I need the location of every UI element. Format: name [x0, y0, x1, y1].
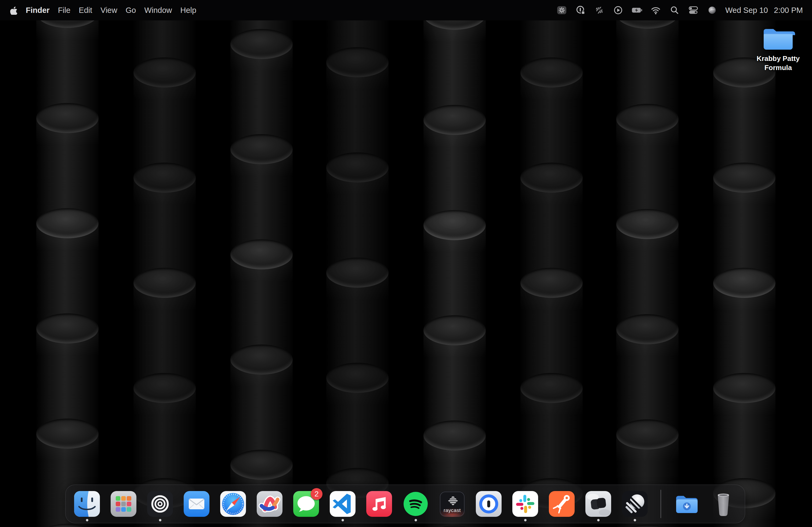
cylinder-segment	[423, 225, 486, 331]
postman-icon	[548, 491, 575, 517]
music-icon	[366, 491, 393, 517]
finder-icon	[74, 491, 100, 517]
wallpaper-cylinder-column	[423, 19, 486, 527]
dock-item-mail[interactable]	[183, 491, 210, 517]
dia-icon	[585, 491, 612, 517]
cylinder-segment	[326, 273, 389, 378]
cylinder-segment	[326, 378, 389, 483]
cylinder-top	[616, 209, 679, 239]
cylinder-segment	[230, 44, 293, 150]
cylinder-top	[616, 104, 679, 134]
rings-icon	[147, 491, 173, 517]
cylinder-segment	[133, 283, 196, 389]
cylinder-segment	[133, 388, 196, 494]
cylinder-top	[616, 314, 679, 344]
dock-item-launchpad[interactable]	[110, 491, 137, 517]
cylinder-segment	[36, 223, 99, 329]
cylinder-top	[713, 163, 775, 193]
cylinder-segment	[713, 283, 775, 389]
cylinder-segment	[616, 329, 679, 435]
cylinder-top	[326, 152, 389, 182]
dock-item-dia[interactable]	[585, 491, 612, 517]
menu-item-go[interactable]: Go	[126, 6, 136, 15]
cylinder-top	[616, 419, 679, 450]
menu-item-window[interactable]: Window	[144, 6, 172, 15]
battery-charging-icon[interactable]	[631, 4, 642, 16]
dock-item-linear[interactable]	[621, 491, 648, 517]
menu-bar-status-area: Wed Sep 10 2:00 PM	[556, 4, 803, 16]
onepassword-icon	[475, 491, 502, 517]
cylinder-segment	[713, 178, 775, 283]
wifi-icon[interactable]	[650, 4, 661, 16]
macos-desktop: Finder FileEditViewGoWindowHelp Wed Sep …	[0, 0, 812, 527]
cylinder-top	[713, 373, 775, 403]
mail-icon	[183, 491, 210, 517]
cylinder-segment	[326, 62, 389, 168]
downloads-icon	[673, 491, 700, 517]
vscode-icon	[329, 491, 356, 517]
status-icons	[556, 4, 718, 16]
menu-clock[interactable]: Wed Sep 10 2:00 PM	[725, 6, 803, 15]
cylinder-top	[520, 268, 583, 298]
wallpaper-cylinder-column	[616, 19, 679, 527]
desktop-folder-krabby-patty-formula[interactable]: Krabby Patty Formula	[749, 25, 808, 73]
cylinder-top	[423, 315, 486, 345]
cylinder-top	[713, 268, 775, 298]
dock-item-postman[interactable]	[548, 491, 575, 517]
menu-item-file[interactable]: File	[58, 6, 71, 15]
menu-item-view[interactable]: View	[100, 6, 117, 15]
clock-date: Wed Sep 10	[725, 6, 768, 15]
dock-item-trash[interactable]	[710, 491, 737, 517]
cylinder-segment	[616, 119, 679, 225]
cylinder-top	[423, 210, 486, 240]
cylinder-segment	[36, 118, 99, 224]
desktop-wallpaper[interactable]	[0, 0, 812, 527]
dock-item-finder[interactable]	[74, 491, 100, 517]
clock-time: 2:00 PM	[774, 6, 803, 15]
cylinder-segment	[713, 73, 775, 178]
dock-item-slack[interactable]	[512, 491, 539, 517]
cylinder-top	[230, 134, 293, 164]
cylinder-top	[133, 163, 196, 193]
playback-menu-icon[interactable]	[612, 4, 624, 16]
cylinder-top	[133, 57, 196, 88]
dock: 2raycast	[65, 485, 745, 523]
dock-item-onepassword[interactable]	[475, 491, 502, 517]
dock-item-downloads[interactable]	[673, 491, 700, 517]
dock-item-arc[interactable]	[256, 491, 283, 517]
folder-icon	[761, 25, 795, 52]
launchpad-icon	[110, 491, 137, 517]
cylinder-top	[230, 29, 293, 59]
cylinder-segment	[230, 254, 293, 360]
dock-item-music[interactable]	[366, 491, 393, 517]
arc-icon	[256, 491, 283, 517]
raycast-wordmark: raycast	[439, 508, 466, 513]
cylinder-top	[133, 373, 196, 403]
menu-item-edit[interactable]: Edit	[79, 6, 92, 15]
siri-icon[interactable]	[707, 4, 718, 16]
cylinder-top	[36, 313, 99, 344]
cylinder-top	[230, 450, 293, 480]
cylinder-top	[423, 105, 486, 135]
dock-item-raycast[interactable]: raycast	[439, 491, 466, 517]
dock-item-safari[interactable]	[220, 491, 246, 517]
striped-slash-menu-icon[interactable]	[594, 4, 605, 16]
dock-item-messages[interactable]: 2	[293, 491, 320, 517]
control-center-icon[interactable]	[688, 4, 699, 16]
wallpaper-cylinder-column	[36, 19, 99, 527]
cylinder-top	[133, 268, 196, 298]
cylinder-segment	[520, 388, 583, 494]
menu-bar: Finder FileEditViewGoWindowHelp Wed Sep …	[0, 0, 812, 20]
1password-lock-menu-icon[interactable]	[575, 4, 586, 16]
dock-item-vscode[interactable]	[329, 491, 356, 517]
dock-item-spotify[interactable]	[402, 491, 429, 517]
spotlight-search-icon[interactable]	[669, 4, 680, 16]
running-indicator	[524, 519, 526, 521]
apple-menu-icon[interactable]	[10, 6, 17, 15]
menu-app-name[interactable]: Finder	[26, 6, 50, 15]
starburst-menu-icon[interactable]	[556, 4, 567, 16]
menu-item-help[interactable]: Help	[180, 6, 197, 15]
dock-separator	[661, 490, 661, 518]
dock-item-rings[interactable]	[147, 491, 173, 517]
cylinder-top	[230, 239, 293, 269]
